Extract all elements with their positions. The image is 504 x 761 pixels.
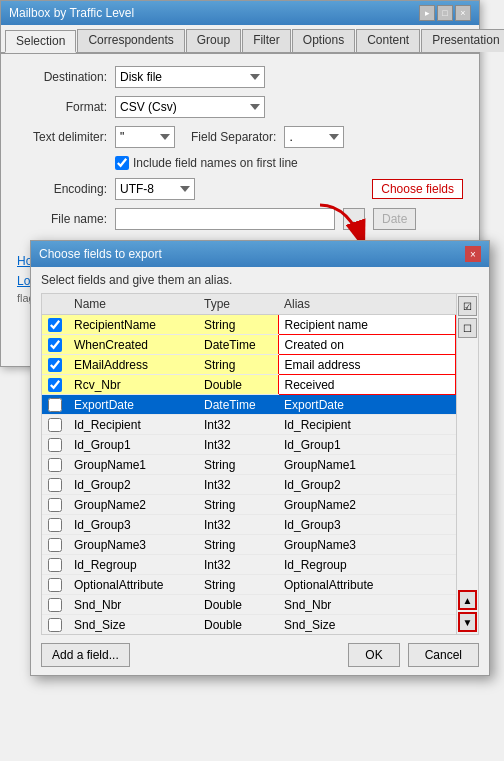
move-up-button[interactable]: ▲ [458, 590, 477, 610]
tab-group[interactable]: Group [186, 29, 241, 52]
tab-options[interactable]: Options [292, 29, 355, 52]
row-name-cell: Id_Group3 [68, 515, 198, 535]
row-checkbox[interactable] [48, 378, 62, 392]
row-check-cell [42, 395, 68, 415]
dialog-close-button[interactable]: × [465, 246, 481, 262]
format-select[interactable]: CSV (Csv) [115, 96, 265, 118]
table-row[interactable]: Id_Group1Int32Id_Group1 [42, 435, 456, 455]
maximize-button[interactable]: □ [437, 5, 453, 21]
row-checkbox[interactable] [48, 538, 62, 552]
include-label: Include field names on first line [133, 156, 298, 170]
table-row[interactable]: Id_RecipientInt32Id_Recipient [42, 415, 456, 435]
cancel-button[interactable]: Cancel [408, 643, 479, 667]
row-checkbox[interactable] [48, 458, 62, 472]
encoding-select[interactable]: UTF-8 [115, 178, 195, 200]
right-controls: ☑ ☐ ▲ ▼ [456, 294, 478, 634]
row-name-cell: Rcv_Nbr [68, 375, 198, 395]
format-row: Format: CSV (Csv) [17, 96, 463, 118]
window-title: Mailbox by Traffic Level [9, 6, 134, 20]
check-all-button[interactable]: ☑ [458, 296, 477, 316]
row-check-cell [42, 475, 68, 495]
delimiter-row: Text delimiter: " Field Separator: . [17, 126, 463, 148]
table-row[interactable]: Id_Group3Int32Id_Group3 [42, 515, 456, 535]
row-checkbox[interactable] [48, 438, 62, 452]
destination-row: Destination: Disk file [17, 66, 463, 88]
tab-filter[interactable]: Filter [242, 29, 291, 52]
text-delimiter-select[interactable]: " [115, 126, 175, 148]
ok-button[interactable]: OK [348, 643, 399, 667]
filename-row: File name: Mailbox by Traffic Level.csv … [17, 208, 463, 230]
row-checkbox[interactable] [48, 498, 62, 512]
row-type-cell: Int32 [198, 555, 278, 575]
row-name-cell: ExportDate [68, 395, 198, 415]
tab-content[interactable]: Content [356, 29, 420, 52]
row-type-cell: String [198, 575, 278, 595]
row-checkbox[interactable] [48, 358, 62, 372]
row-checkbox[interactable] [48, 418, 62, 432]
row-alias-cell: Id_Regroup [278, 555, 456, 575]
row-checkbox[interactable] [48, 578, 62, 592]
field-separator-select[interactable]: . [284, 126, 344, 148]
row-checkbox[interactable] [48, 558, 62, 572]
tab-correspondents[interactable]: Correspondents [77, 29, 184, 52]
format-label: Format: [17, 100, 107, 114]
include-checkbox-row: Include field names on first line [115, 156, 463, 170]
row-checkbox[interactable] [48, 478, 62, 492]
table-row[interactable]: Snd_NbrDoubleSnd_Nbr [42, 595, 456, 615]
destination-select[interactable]: Disk file [115, 66, 265, 88]
table-row[interactable]: EMailAddressStringEmail address [42, 355, 456, 375]
table-row[interactable]: Id_Group2Int32Id_Group2 [42, 475, 456, 495]
dialog-title-bar: Choose fields to export × [31, 241, 489, 267]
row-checkbox[interactable] [48, 318, 62, 332]
row-type-cell: DateTime [198, 395, 278, 415]
add-field-button[interactable]: Add a field... [41, 643, 130, 667]
table-row[interactable]: GroupName2StringGroupName2 [42, 495, 456, 515]
minimize-button[interactable]: ▸ [419, 5, 435, 21]
row-checkbox[interactable] [48, 398, 62, 412]
fields-table: Name Type Alias RecipientNameStringRecip… [42, 294, 456, 634]
row-name-cell: GroupName3 [68, 535, 198, 555]
col-alias: Alias [278, 294, 456, 315]
row-name-cell: WhenCreated [68, 335, 198, 355]
row-check-cell [42, 355, 68, 375]
row-type-cell: Int32 [198, 515, 278, 535]
tab-bar: Selection Correspondents Group Filter Op… [1, 25, 479, 54]
move-down-button[interactable]: ▼ [458, 612, 477, 632]
row-type-cell: Double [198, 615, 278, 635]
title-bar: Mailbox by Traffic Level ▸ □ × [1, 1, 479, 25]
table-row[interactable]: OptionalAttributeStringOptionalAttribute [42, 575, 456, 595]
filename-input[interactable]: Mailbox by Traffic Level.csv [115, 208, 335, 230]
include-checkbox[interactable] [115, 156, 129, 170]
close-button[interactable]: × [455, 5, 471, 21]
table-row[interactable]: GroupName3StringGroupName3 [42, 535, 456, 555]
table-row[interactable]: Id_RegroupInt32Id_Regroup [42, 555, 456, 575]
form-area: Destination: Disk file Format: CSV (Csv)… [1, 54, 479, 250]
row-checkbox[interactable] [48, 518, 62, 532]
table-row[interactable]: GroupName1StringGroupName1 [42, 455, 456, 475]
table-row[interactable]: Snd_SizeDoubleSnd_Size [42, 615, 456, 635]
table-row[interactable]: ExportDateDateTimeExportDate [42, 395, 456, 415]
row-type-cell: String [198, 455, 278, 475]
row-alias-cell: Received [278, 375, 456, 395]
row-alias-cell: Created on [278, 335, 456, 355]
row-name-cell: GroupName2 [68, 495, 198, 515]
row-alias-cell: Recipient name [278, 315, 456, 335]
row-checkbox[interactable] [48, 618, 62, 632]
row-alias-cell: GroupName2 [278, 495, 456, 515]
table-row[interactable]: RecipientNameStringRecipient name [42, 315, 456, 335]
table-scroll[interactable]: Name Type Alias RecipientNameStringRecip… [42, 294, 456, 634]
footer-buttons: OK Cancel [348, 643, 479, 667]
row-name-cell: Id_Group2 [68, 475, 198, 495]
table-row[interactable]: WhenCreatedDateTimeCreated on [42, 335, 456, 355]
tab-selection[interactable]: Selection [5, 30, 76, 53]
table-row[interactable]: Rcv_NbrDoubleReceived [42, 375, 456, 395]
uncheck-all-button[interactable]: ☐ [458, 318, 477, 338]
row-checkbox[interactable] [48, 338, 62, 352]
row-type-cell: Double [198, 595, 278, 615]
dialog-title-text: Choose fields to export [39, 247, 162, 261]
col-check [42, 294, 68, 315]
tab-presentation[interactable]: Presentation [421, 29, 504, 52]
row-alias-cell: Id_Group3 [278, 515, 456, 535]
row-checkbox[interactable] [48, 598, 62, 612]
row-alias-cell: GroupName1 [278, 455, 456, 475]
